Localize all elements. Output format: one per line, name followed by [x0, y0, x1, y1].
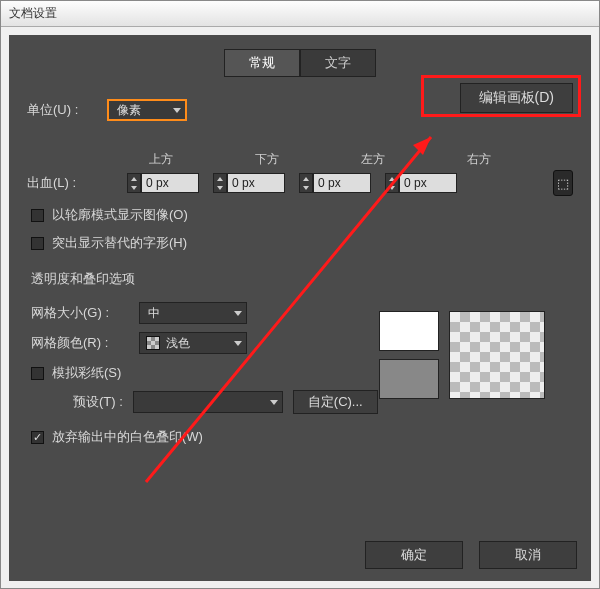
preset-label: 预设(T) :	[73, 393, 123, 411]
units-label: 单位(U) :	[27, 101, 107, 119]
outline-checkbox[interactable]	[31, 209, 44, 222]
bleed-right-input[interactable]	[399, 173, 457, 193]
tabs: 常规 文字	[27, 49, 573, 77]
link-values-icon[interactable]: ⬚	[553, 170, 573, 196]
grid-color-label: 网格颜色(R) :	[27, 334, 139, 352]
section-transparency: 透明度和叠印选项	[31, 270, 573, 288]
preset-select[interactable]	[133, 391, 283, 413]
stepper-down-icon[interactable]	[386, 183, 398, 192]
sim-paper-label: 模拟彩纸(S)	[52, 364, 121, 382]
grid-size-value: 中	[148, 305, 160, 322]
chevron-down-icon	[234, 311, 242, 316]
units-select[interactable]: 像素	[107, 99, 187, 121]
discard-white-checkbox[interactable]	[31, 431, 44, 444]
ok-button[interactable]: 确定	[365, 541, 463, 569]
stepper-down-icon[interactable]	[300, 183, 312, 192]
bleed-left-spinner[interactable]	[299, 173, 371, 193]
chevron-down-icon	[270, 400, 278, 405]
preview-grey	[379, 359, 439, 399]
stepper-up-icon[interactable]	[128, 174, 140, 183]
preview-white	[379, 311, 439, 351]
custom-button[interactable]: 自定(C)...	[293, 390, 378, 414]
edit-artboard-button[interactable]: 编辑画板(D)	[460, 83, 573, 113]
discard-white-label: 放弃输出中的白色叠印(W)	[52, 428, 203, 446]
bleed-head-top: 上方	[127, 151, 233, 168]
swatch-icon	[146, 336, 160, 350]
chevron-down-icon	[173, 108, 181, 113]
stepper-up-icon[interactable]	[386, 174, 398, 183]
bleed-head-bottom: 下方	[233, 151, 339, 168]
chevron-down-icon	[234, 341, 242, 346]
cancel-button[interactable]: 取消	[479, 541, 577, 569]
tab-text[interactable]: 文字	[300, 49, 376, 77]
dialog-panel: 常规 文字 单位(U) : 像素 编辑画板(D) 上方 下方 左方 右方 出血(…	[9, 35, 591, 581]
stepper-down-icon[interactable]	[214, 183, 226, 192]
window-title: 文档设置	[1, 1, 599, 27]
bleed-right-spinner[interactable]	[385, 173, 457, 193]
grid-color-select[interactable]: 浅色	[139, 332, 247, 354]
bleed-top-spinner[interactable]	[127, 173, 199, 193]
bleed-headers: 上方 下方 左方 右方	[127, 151, 573, 168]
sim-paper-checkbox[interactable]	[31, 367, 44, 380]
grid-color-value: 浅色	[166, 335, 190, 352]
alt-glyph-checkbox[interactable]	[31, 237, 44, 250]
outline-label: 以轮廓模式显示图像(O)	[52, 206, 188, 224]
units-value: 像素	[117, 102, 141, 119]
bleed-bottom-spinner[interactable]	[213, 173, 285, 193]
stepper-down-icon[interactable]	[128, 183, 140, 192]
alt-glyph-label: 突出显示替代的字形(H)	[52, 234, 187, 252]
bleed-top-input[interactable]	[141, 173, 199, 193]
bleed-bottom-input[interactable]	[227, 173, 285, 193]
bleed-label: 出血(L) :	[27, 174, 127, 192]
bleed-head-right: 右方	[445, 151, 551, 168]
stepper-up-icon[interactable]	[300, 174, 312, 183]
bleed-head-left: 左方	[339, 151, 445, 168]
grid-size-label: 网格大小(G) :	[27, 304, 139, 322]
stepper-up-icon[interactable]	[214, 174, 226, 183]
grid-size-select[interactable]: 中	[139, 302, 247, 324]
bleed-left-input[interactable]	[313, 173, 371, 193]
grid-previews	[379, 311, 545, 399]
preview-checker	[449, 311, 545, 399]
tab-general[interactable]: 常规	[224, 49, 300, 77]
